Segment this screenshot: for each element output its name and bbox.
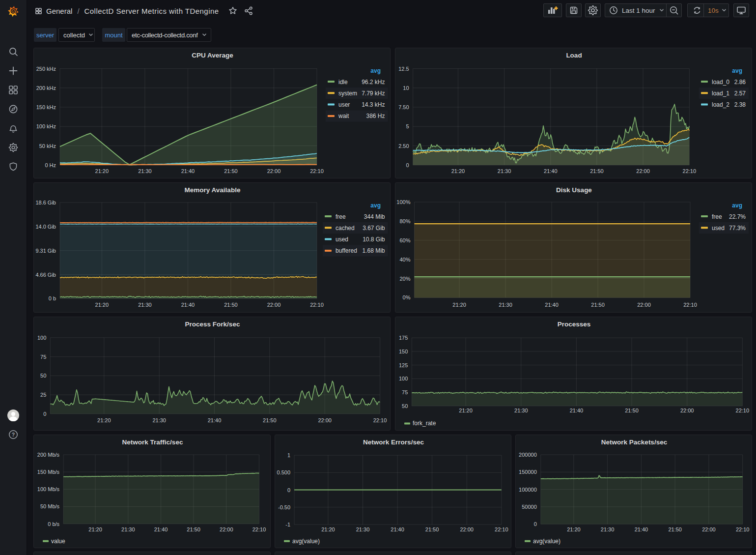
svg-text:21:20: 21:20	[97, 417, 111, 423]
svg-text:200000: 200000	[519, 452, 537, 458]
svg-text:100000: 100000	[519, 487, 537, 493]
svg-text:100 Mb/s: 100 Mb/s	[37, 486, 60, 492]
svg-text:21:20: 21:20	[321, 526, 335, 532]
svg-text:80%: 80%	[399, 218, 410, 224]
svg-text:22:00: 22:00	[637, 302, 651, 308]
svg-text:21:50: 21:50	[187, 526, 200, 532]
svg-text:3.67 Gib: 3.67 Gib	[363, 225, 385, 232]
svg-text:25: 25	[40, 392, 46, 398]
svg-text:21:40: 21:40	[181, 168, 195, 174]
svg-text:150 Mb/s: 150 Mb/s	[37, 469, 60, 475]
svg-text:Network Errors/sec: Network Errors/sec	[363, 438, 424, 446]
svg-text:buffered: buffered	[336, 247, 357, 254]
svg-text:50: 50	[40, 373, 46, 379]
svg-text:21:50: 21:50	[425, 526, 439, 532]
svg-text:150000: 150000	[519, 469, 537, 475]
svg-text:22:10: 22:10	[683, 168, 697, 174]
svg-text:free: free	[336, 213, 346, 220]
svg-text:21:20: 21:20	[95, 168, 109, 174]
svg-text:50000: 50000	[522, 504, 537, 510]
svg-text:96.2 kHz: 96.2 kHz	[362, 79, 385, 86]
svg-text:14.0 Gib: 14.0 Gib	[35, 224, 56, 230]
svg-text:load_1: load_1	[712, 90, 729, 97]
svg-text:60%: 60%	[399, 237, 410, 243]
svg-text:21:30: 21:30	[356, 526, 370, 532]
svg-text:22:10: 22:10	[373, 417, 387, 423]
svg-text:22:10: 22:10	[252, 526, 266, 532]
svg-text:250 kHz: 250 kHz	[36, 66, 56, 72]
svg-text:14.3 kHz: 14.3 kHz	[362, 101, 385, 108]
svg-text:77.3%: 77.3%	[729, 225, 746, 232]
svg-text:Network Traffic/sec: Network Traffic/sec	[122, 438, 183, 446]
svg-text:Disk Usage: Disk Usage	[556, 186, 592, 194]
svg-text:21:40: 21:40	[154, 526, 168, 532]
svg-text:22:00: 22:00	[680, 408, 694, 413]
svg-text:150: 150	[399, 349, 408, 354]
svg-text:21:50: 21:50	[625, 408, 639, 413]
svg-text:21:20: 21:20	[88, 526, 102, 532]
svg-text:2.38: 2.38	[734, 101, 746, 108]
svg-text:avg: avg	[732, 67, 742, 74]
svg-text:system: system	[338, 90, 357, 97]
svg-text:20%: 20%	[399, 276, 410, 282]
svg-text:21:20: 21:20	[95, 302, 109, 308]
svg-text:21:40: 21:40	[545, 302, 559, 308]
svg-text:4.66 Gib: 4.66 Gib	[35, 272, 56, 278]
svg-text:21:20: 21:20	[459, 408, 473, 413]
svg-text:22:00: 22:00	[267, 302, 281, 308]
svg-text:7.50: 7.50	[398, 104, 409, 110]
svg-text:2.50: 2.50	[398, 143, 409, 149]
svg-text:22:10: 22:10	[495, 526, 508, 532]
svg-text:0.500: 0.500	[277, 469, 291, 475]
svg-text:?: ?	[12, 432, 15, 438]
svg-text:22:10: 22:10	[736, 408, 750, 413]
svg-text:21:50: 21:50	[591, 302, 605, 308]
svg-text:22:10: 22:10	[310, 168, 324, 174]
svg-text:0: 0	[287, 487, 290, 493]
svg-text:1: 1	[287, 452, 290, 458]
svg-text:10.8 Gib: 10.8 Gib	[363, 236, 385, 243]
svg-text:100: 100	[37, 335, 46, 341]
svg-text:21:20: 21:20	[567, 526, 581, 532]
svg-text:200 kHz: 200 kHz	[36, 85, 56, 91]
svg-text:0 Hz: 0 Hz	[45, 162, 56, 168]
svg-text:used: used	[712, 225, 725, 232]
svg-text:Memory Available: Memory Available	[185, 186, 241, 194]
svg-text:22:00: 22:00	[702, 526, 716, 532]
svg-text:10: 10	[403, 85, 409, 91]
svg-text:22.7%: 22.7%	[729, 213, 746, 220]
svg-text:avg(value): avg(value)	[292, 538, 320, 545]
svg-text:Processes: Processes	[558, 321, 591, 328]
svg-text:175: 175	[399, 335, 408, 341]
svg-text:22:00: 22:00	[318, 417, 332, 423]
svg-text:100: 100	[399, 376, 408, 381]
svg-text:21:50: 21:50	[668, 526, 682, 532]
svg-text:125: 125	[399, 362, 408, 368]
svg-text:0: 0	[43, 411, 46, 417]
svg-text:-1: -1	[285, 522, 290, 527]
svg-text:Process Fork/sec: Process Fork/sec	[185, 321, 240, 328]
svg-text:21:50: 21:50	[263, 417, 277, 423]
svg-text:0: 0	[406, 162, 409, 168]
svg-text:Network Packets/sec: Network Packets/sec	[601, 438, 668, 446]
svg-text:50 kHz: 50 kHz	[39, 143, 56, 149]
svg-text:21:30: 21:30	[138, 302, 152, 308]
svg-text:21:30: 21:30	[514, 408, 528, 413]
svg-text:21:30: 21:30	[601, 526, 615, 532]
svg-text:21:40: 21:40	[208, 417, 222, 423]
svg-text:value: value	[51, 538, 65, 545]
svg-text:avg(value): avg(value)	[533, 538, 560, 545]
svg-text:21:50: 21:50	[224, 168, 238, 174]
svg-text:21:40: 21:40	[544, 168, 558, 174]
svg-text:22:00: 22:00	[460, 526, 474, 532]
svg-text:user: user	[338, 101, 350, 108]
svg-text:load_2: load_2	[712, 101, 729, 108]
svg-text:21:40: 21:40	[570, 408, 584, 413]
svg-text:22:00: 22:00	[267, 168, 281, 174]
svg-text:21:30: 21:30	[152, 417, 166, 423]
svg-text:wait: wait	[338, 113, 349, 119]
svg-text:5: 5	[406, 123, 409, 129]
svg-text:50 Mb/s: 50 Mb/s	[40, 503, 60, 509]
svg-text:21:50: 21:50	[224, 302, 238, 308]
svg-text:12.5: 12.5	[398, 66, 409, 72]
